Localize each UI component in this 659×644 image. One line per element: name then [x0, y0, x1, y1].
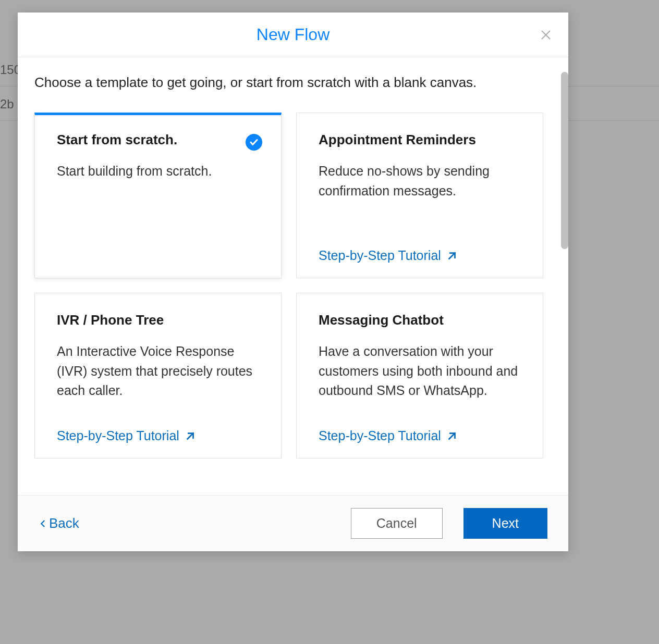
external-link-icon — [185, 430, 196, 442]
svg-line-4 — [449, 433, 455, 439]
template-title: Messaging Chatbot — [319, 312, 521, 328]
modal-subtitle: Choose a template to get going, or start… — [34, 73, 543, 92]
template-description: An Interactive Voice Response (IVR) syst… — [57, 342, 259, 418]
tutorial-link-label: Step-by-Step Tutorial — [57, 428, 179, 443]
template-messaging-chatbot[interactable]: Messaging Chatbot Have a conversation wi… — [296, 293, 543, 459]
back-label: Back — [49, 515, 79, 531]
modal-header: New Flow — [18, 13, 568, 57]
external-link-icon — [446, 250, 458, 262]
close-icon — [540, 29, 552, 41]
template-description: Start building from scratch. — [57, 162, 259, 263]
back-button[interactable]: Back — [39, 515, 79, 531]
cancel-button[interactable]: Cancel — [351, 508, 443, 539]
template-description: Have a conversation with your customers … — [319, 342, 521, 418]
tutorial-link-label: Step-by-Step Tutorial — [319, 428, 441, 443]
footer-actions: Cancel Next — [351, 508, 547, 539]
tutorial-link[interactable]: Step-by-Step Tutorial — [319, 248, 521, 263]
chevron-left-icon — [39, 517, 48, 530]
template-ivr-phone-tree[interactable]: IVR / Phone Tree An Interactive Voice Re… — [34, 293, 282, 459]
modal-body: Choose a template to get going, or start… — [18, 57, 568, 495]
modal-footer: Back Cancel Next — [18, 495, 568, 551]
tutorial-link-label: Step-by-Step Tutorial — [319, 248, 441, 263]
next-button[interactable]: Next — [463, 508, 547, 539]
tutorial-link[interactable]: Step-by-Step Tutorial — [319, 428, 521, 443]
check-icon — [249, 138, 259, 147]
svg-line-2 — [449, 253, 455, 258]
selected-badge — [246, 134, 262, 151]
external-link-icon — [446, 430, 458, 442]
close-button[interactable] — [538, 27, 554, 43]
modal-title: New Flow — [257, 25, 330, 44]
template-start-from-scratch[interactable]: Start from scratch. Start building from … — [34, 113, 282, 278]
template-appointment-reminders[interactable]: Appointment Reminders Reduce no-shows by… — [296, 113, 543, 278]
template-title: Appointment Reminders — [319, 132, 521, 148]
tutorial-link[interactable]: Step-by-Step Tutorial — [57, 428, 259, 443]
scrollbar-thumb[interactable] — [561, 72, 568, 249]
template-description: Reduce no-shows by sending confirmation … — [319, 162, 521, 238]
template-title: IVR / Phone Tree — [57, 312, 259, 328]
template-grid: Start from scratch. Start building from … — [34, 113, 543, 459]
new-flow-modal: New Flow Choose a template to get going,… — [18, 13, 568, 551]
template-title: Start from scratch. — [57, 132, 259, 148]
svg-line-3 — [187, 433, 193, 439]
